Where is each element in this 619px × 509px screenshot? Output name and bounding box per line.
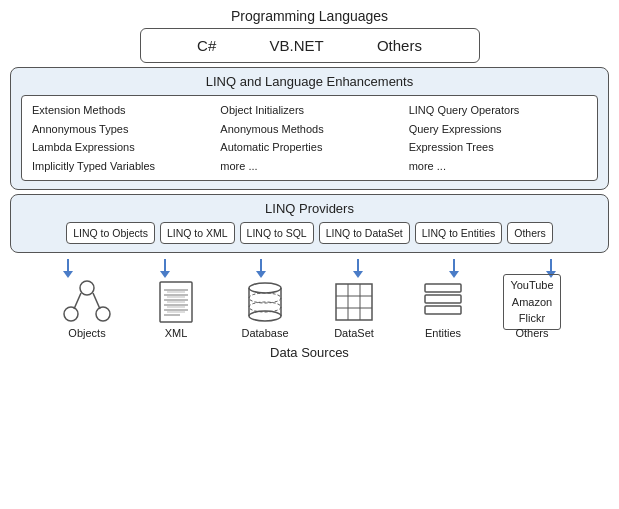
main-diagram: Programming Languages C# VB.NET Others L… — [0, 0, 619, 509]
linq-lang-item-3-3: more ... — [409, 158, 587, 175]
linq-lang-item-1-1: Annonymous Types — [32, 121, 210, 138]
linq-lang-section: LINQ and Language Enhancements Extension… — [10, 67, 609, 190]
ds-xml-label: XML — [165, 327, 188, 339]
arrow-head — [353, 271, 363, 278]
svg-line-4 — [93, 293, 100, 309]
svg-point-0 — [80, 281, 94, 295]
ds-database: Database — [223, 279, 308, 339]
prog-lang-box: C# VB.NET Others — [140, 28, 480, 63]
linq-lang-item-3-0: LINQ Query Operators — [409, 102, 587, 119]
arrow-entities — [449, 259, 459, 278]
prog-lang-title: Programming Languages — [231, 8, 388, 24]
svg-rect-29 — [425, 295, 461, 303]
prog-lang-vbnet: VB.NET — [251, 37, 341, 54]
arrow-line — [164, 259, 166, 271]
objects-icon — [61, 279, 113, 325]
arrow-line — [550, 259, 552, 271]
provider-objects: LINQ to Objects — [66, 222, 155, 244]
arrow-head — [160, 271, 170, 278]
entities-icon — [417, 279, 469, 325]
provider-dataset: LINQ to DataSet — [319, 222, 410, 244]
ds-dataset-label: DataSet — [334, 327, 374, 339]
linq-lang-item-1-0: Extension Methods — [32, 102, 210, 119]
svg-point-17 — [249, 283, 281, 293]
linq-lang-col-2: Object Initializers Anonymous Methods Au… — [220, 102, 398, 174]
ds-dataset: DataSet — [312, 279, 397, 339]
arrow-line — [357, 259, 359, 271]
svg-line-3 — [74, 293, 81, 309]
others-line1: YouTube — [510, 279, 553, 291]
provider-xml: LINQ to XML — [160, 222, 235, 244]
linq-lang-item-2-0: Object Initializers — [220, 102, 398, 119]
ds-xml: XML — [134, 279, 219, 339]
svg-point-2 — [96, 307, 110, 321]
svg-rect-28 — [425, 284, 461, 292]
arrow-head — [256, 271, 266, 278]
arrow-line — [67, 259, 69, 271]
linq-lang-inner: Extension Methods Annonymous Types Lambd… — [21, 95, 598, 181]
provider-others: Others — [507, 222, 553, 244]
database-icon — [239, 279, 291, 325]
arrow-xml — [160, 259, 170, 278]
ds-objects-label: Objects — [68, 327, 105, 339]
arrow-line — [260, 259, 262, 271]
others-line3: Flickr — [519, 312, 545, 324]
linq-lang-col-3: LINQ Query Operators Query Expressions E… — [409, 102, 587, 174]
data-sources-title: Data Sources — [270, 345, 349, 360]
arrow-head — [63, 271, 73, 278]
linq-lang-item-1-3: Implicitly Typed Variables — [32, 158, 210, 175]
arrow-line — [453, 259, 455, 271]
data-sources-row: Objects — [10, 279, 609, 339]
prog-lang-section: Programming Languages C# VB.NET Others — [10, 8, 609, 63]
arrow-head — [449, 271, 459, 278]
linq-lang-item-2-2: Automatic Properties — [220, 139, 398, 156]
linq-lang-item-3-2: Expression Trees — [409, 139, 587, 156]
dataset-icon — [328, 279, 380, 325]
linq-lang-col-1: Extension Methods Annonymous Types Lambd… — [32, 102, 210, 174]
linq-providers-row: LINQ to Objects LINQ to XML LINQ to SQL … — [21, 222, 598, 244]
prog-lang-others: Others — [359, 37, 440, 54]
linq-lang-item-1-2: Lambda Expressions — [32, 139, 210, 156]
arrow-objects — [63, 259, 73, 278]
linq-lang-item-2-1: Anonymous Methods — [220, 121, 398, 138]
xml-icon — [150, 279, 202, 325]
linq-lang-title: LINQ and Language Enhancements — [21, 74, 598, 89]
linq-lang-item-3-1: Query Expressions — [409, 121, 587, 138]
provider-entities: LINQ to Entities — [415, 222, 503, 244]
ds-database-label: Database — [241, 327, 288, 339]
prog-lang-csharp: C# — [179, 37, 234, 54]
svg-rect-30 — [425, 306, 461, 314]
arrow-sql — [256, 259, 266, 278]
others-line2: Amazon — [512, 296, 552, 308]
data-sources-section: Objects — [10, 279, 609, 360]
provider-sql: LINQ to SQL — [240, 222, 314, 244]
ds-objects: Objects — [45, 279, 130, 339]
linq-providers-section: LINQ Providers LINQ to Objects LINQ to X… — [10, 194, 609, 253]
arrow-dataset — [353, 259, 363, 278]
ds-others-label: Others — [515, 327, 548, 339]
svg-rect-23 — [336, 284, 372, 320]
ds-entities-label: Entities — [425, 327, 461, 339]
ds-others: YouTube Amazon Flickr Others — [490, 279, 575, 339]
svg-point-1 — [64, 307, 78, 321]
others-icon: YouTube Amazon Flickr — [503, 279, 560, 325]
ds-entities: Entities — [401, 279, 486, 339]
linq-lang-item-2-3: more ... — [220, 158, 398, 175]
linq-providers-title: LINQ Providers — [21, 201, 598, 216]
